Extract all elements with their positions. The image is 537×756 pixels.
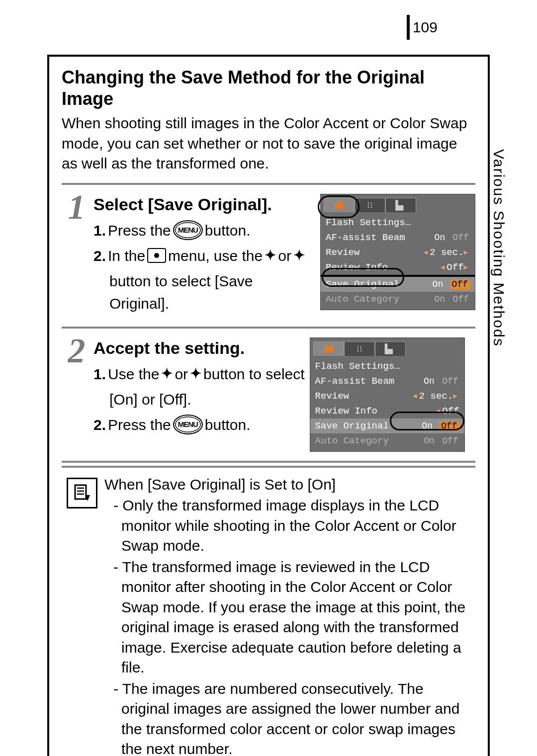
menu-row: Auto CategoryOn Off (310, 433, 464, 448)
step-2: 2 Accept the setting. 1. Use the ✦ or ✦ … (62, 334, 475, 452)
tab-tools: ⁝⁝ (344, 341, 375, 356)
row-label: AF-assist Beam (315, 376, 423, 387)
row-label: Review (315, 391, 411, 402)
row-on: On (432, 279, 445, 289)
menu-row: AF-assist BeamOn Off (321, 230, 475, 245)
page-title: Changing the Save Method for the Origina… (62, 67, 475, 109)
divider (62, 327, 475, 329)
step-2-title: Accept the setting. (93, 338, 305, 358)
divider (62, 183, 475, 185)
left-tri-icon: ◀ (413, 392, 417, 400)
row-off: Off (441, 376, 459, 386)
record-menu-icon (147, 248, 166, 263)
step-2-line-2: 2. Press the MENU button. (93, 414, 305, 436)
note-text: When [Save Original] is Set to [On] Only… (104, 475, 475, 756)
divider (62, 461, 475, 463)
step-1-line-1: 1. Press the MENU button. (93, 219, 315, 242)
page: 109 Various Shooting Methods Changing th… (0, 0, 537, 756)
text: menu, use the (168, 245, 263, 267)
row-on: On (434, 294, 447, 304)
row-on: On (423, 376, 436, 386)
note-heading: When [Save Original] is Set to [On] (104, 475, 475, 495)
text: or (278, 245, 291, 267)
row-label: Review (326, 247, 422, 258)
substep-num: 2. (93, 414, 106, 436)
row-value: 2 sec. (419, 391, 453, 402)
tab-camera (313, 341, 344, 356)
row-on: On (423, 436, 436, 446)
lcd-screenshot-1: ⁝⁝ ▙▖ Flash Settings… AF-assist BeamOn O… (320, 194, 475, 310)
tab-camera (324, 198, 355, 212)
section-tab: Various Shooting Methods (490, 149, 507, 347)
step-1-line-2b: button to select [Save Original]. (93, 270, 315, 315)
camera-icon (324, 345, 333, 352)
lcd-screenshot-2: ⁝⁝ ▙▖ Flash Settings… AF-assist BeamOn O… (310, 337, 465, 452)
text: button to select [Save Original]. (109, 270, 315, 315)
step-number: 1 (62, 190, 91, 225)
right-tri-icon: ▶ (453, 392, 457, 400)
menu-button-icon: MENU (173, 220, 203, 240)
menu-tabs: ⁝⁝ ▙▖ (324, 197, 472, 213)
right-arrow-icon: ✦ (190, 363, 201, 384)
row-on: On (421, 421, 434, 431)
note-list: Only the transformed image displays in t… (104, 496, 475, 756)
svg-rect-0 (75, 485, 86, 499)
row-label: Flash Settings… (326, 217, 470, 228)
text: button. (205, 414, 251, 436)
menu-row: AF-assist BeamOn Off (310, 374, 464, 389)
intro-text: When shooting still images in the Color … (62, 113, 475, 174)
tab-setup: ▙▖ (385, 198, 416, 212)
down-arrow-icon: ✦ (293, 245, 305, 266)
step-2-line-1b: [On] or [Off]. (93, 388, 305, 411)
text: button to select (203, 363, 304, 385)
row-off: Off (441, 436, 459, 446)
text: Press the (108, 414, 171, 436)
menu-row: Review Info◀Off▶ (321, 260, 475, 276)
up-arrow-icon: ✦ (265, 245, 276, 266)
text: or (175, 363, 188, 385)
tab-tools: ⁝⁝ (355, 198, 385, 212)
note-bullet: The images are numbered consecutively. T… (113, 679, 475, 756)
note-icon (67, 478, 97, 508)
row-label: Review Info (315, 406, 434, 417)
left-tri-icon: ◀ (441, 263, 445, 271)
step-number: 2 (62, 334, 91, 368)
step-1-title: Select [Save Original]. (93, 195, 315, 214)
menu-row: Review Info◀Off (310, 404, 464, 419)
left-arrow-icon: ✦ (161, 363, 173, 384)
text: button. (205, 219, 251, 242)
row-value: Off (442, 406, 459, 417)
menu-row: Review◀2 sec.▶ (310, 389, 464, 404)
menu-button-icon: MENU (173, 415, 203, 434)
row-label: AF-assist Beam (326, 232, 434, 243)
note-box: When [Save Original] is Set to [On] Only… (62, 475, 475, 756)
menu-row: Auto CategoryOn Off (321, 292, 475, 307)
row-off: Off (452, 294, 470, 304)
menu-row: Flash Settings… (321, 215, 475, 230)
row-label: Review Info (326, 262, 439, 273)
row-off: Off (439, 421, 459, 431)
menu-tabs: ⁝⁝ ▙▖ (313, 341, 461, 357)
note-bullet: Only the transformed image displays in t… (113, 496, 475, 556)
step-1: 1 Select [Save Original]. 1. Press the M… (62, 190, 475, 318)
row-off: Off (450, 279, 470, 289)
row-label: Auto Category (326, 294, 434, 305)
row-label: Save Original (315, 420, 421, 431)
row-label: Auto Category (315, 435, 423, 446)
row-value: Off (447, 262, 463, 273)
substep-num: 1. (93, 219, 106, 242)
row-label: Flash Settings… (315, 361, 459, 372)
right-tri-icon: ▶ (464, 263, 468, 271)
step-2-line-1: 1. Use the ✦ or ✦ button to select (93, 363, 305, 385)
menu-row: Review◀2 sec.▶ (321, 245, 475, 260)
text: Press the (108, 219, 171, 242)
row-value: 2 sec. (430, 247, 463, 258)
substep-num: 1. (93, 363, 106, 385)
right-tri-icon: ▶ (464, 248, 468, 256)
menu-row: Flash Settings… (310, 359, 464, 374)
menu-row-save-original: Save OriginalOn Off (321, 276, 475, 292)
row-label: Save Original (326, 279, 432, 290)
text: [On] or [Off]. (109, 388, 191, 411)
substep-num: 2. (93, 245, 106, 267)
step-1-line-2: 2. In the menu, use the ✦ or ✦ (93, 245, 315, 267)
